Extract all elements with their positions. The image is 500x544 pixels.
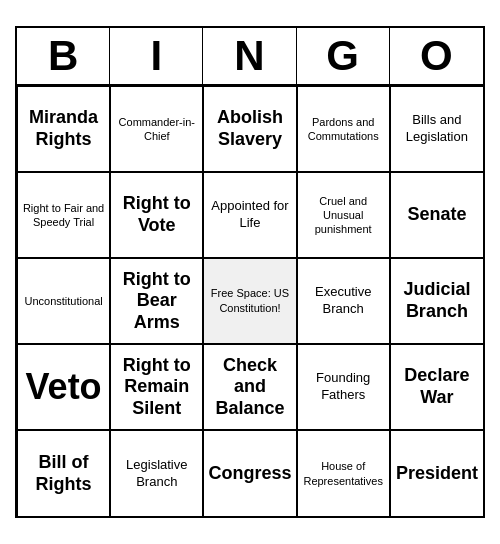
cell-text-21: Legislative Branch bbox=[115, 457, 198, 491]
cell-text-20: Bill of Rights bbox=[22, 452, 105, 495]
cell-text-11: Right to Bear Arms bbox=[115, 269, 198, 334]
cell-text-18: Founding Fathers bbox=[302, 370, 385, 404]
bingo-cell-23: House of Representatives bbox=[297, 430, 390, 516]
bingo-cell-20: Bill of Rights bbox=[17, 430, 110, 516]
bingo-header: BINGO bbox=[17, 28, 483, 86]
bingo-letter-o: O bbox=[390, 28, 483, 84]
cell-text-0: Miranda Rights bbox=[22, 107, 105, 150]
bingo-cell-17: Check and Balance bbox=[203, 344, 296, 430]
bingo-cell-2: Abolish Slavery bbox=[203, 86, 296, 172]
bingo-cell-9: Senate bbox=[390, 172, 483, 258]
cell-text-7: Appointed for Life bbox=[208, 198, 291, 232]
bingo-cell-3: Pardons and Commutations bbox=[297, 86, 390, 172]
cell-text-5: Right to Fair and Speedy Trial bbox=[22, 201, 105, 230]
cell-text-23: House of Representatives bbox=[302, 459, 385, 488]
bingo-cell-19: Declare War bbox=[390, 344, 483, 430]
cell-text-12: Free Space: US Constitution! bbox=[208, 286, 291, 317]
cell-text-3: Pardons and Commutations bbox=[302, 115, 385, 144]
bingo-cell-21: Legislative Branch bbox=[110, 430, 203, 516]
cell-text-19: Declare War bbox=[395, 365, 479, 408]
bingo-letter-g: G bbox=[297, 28, 390, 84]
cell-text-2: Abolish Slavery bbox=[208, 107, 291, 150]
bingo-cell-5: Right to Fair and Speedy Trial bbox=[17, 172, 110, 258]
cell-text-6: Right to Vote bbox=[115, 193, 198, 236]
bingo-cell-1: Commander-in-Chief bbox=[110, 86, 203, 172]
cell-text-8: Cruel and Unusual punishment bbox=[302, 194, 385, 237]
cell-text-24: President bbox=[395, 463, 479, 485]
cell-text-9: Senate bbox=[395, 204, 479, 226]
cell-text-17: Check and Balance bbox=[208, 355, 291, 420]
cell-text-13: Executive Branch bbox=[302, 284, 385, 318]
bingo-letter-i: I bbox=[110, 28, 203, 84]
bingo-cell-11: Right to Bear Arms bbox=[110, 258, 203, 344]
cell-text-22: Congress bbox=[208, 463, 291, 485]
cell-text-15: Veto bbox=[22, 366, 105, 408]
bingo-cell-0: Miranda Rights bbox=[17, 86, 110, 172]
bingo-letter-b: B bbox=[17, 28, 110, 84]
cell-text-10: Unconstitutional bbox=[22, 294, 105, 308]
cell-text-4: Bills and Legislation bbox=[395, 112, 479, 146]
bingo-cell-8: Cruel and Unusual punishment bbox=[297, 172, 390, 258]
bingo-cell-16: Right to Remain Silent bbox=[110, 344, 203, 430]
bingo-cell-6: Right to Vote bbox=[110, 172, 203, 258]
bingo-cell-18: Founding Fathers bbox=[297, 344, 390, 430]
bingo-cell-12: Free Space: US Constitution! bbox=[203, 258, 296, 344]
bingo-cell-14: Judicial Branch bbox=[390, 258, 483, 344]
cell-text-1: Commander-in-Chief bbox=[115, 115, 198, 144]
bingo-cell-4: Bills and Legislation bbox=[390, 86, 483, 172]
bingo-letter-n: N bbox=[203, 28, 296, 84]
bingo-cell-13: Executive Branch bbox=[297, 258, 390, 344]
bingo-cell-22: Congress bbox=[203, 430, 296, 516]
bingo-grid: Miranda RightsCommander-in-ChiefAbolish … bbox=[17, 86, 483, 516]
bingo-cell-24: President bbox=[390, 430, 483, 516]
cell-text-14: Judicial Branch bbox=[395, 279, 479, 322]
bingo-card: BINGO Miranda RightsCommander-in-ChiefAb… bbox=[15, 26, 485, 518]
bingo-cell-7: Appointed for Life bbox=[203, 172, 296, 258]
cell-text-16: Right to Remain Silent bbox=[115, 355, 198, 420]
bingo-cell-15: Veto bbox=[17, 344, 110, 430]
bingo-cell-10: Unconstitutional bbox=[17, 258, 110, 344]
